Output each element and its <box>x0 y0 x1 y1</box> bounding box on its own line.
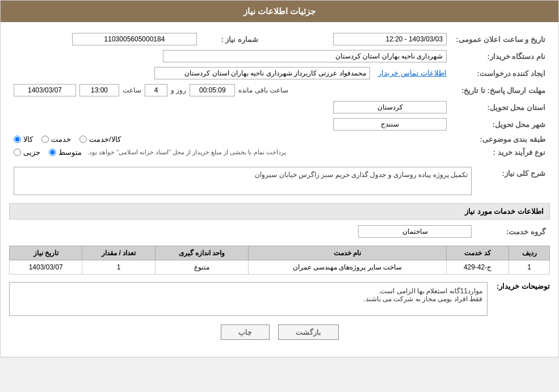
time-label: ساعت <box>123 86 141 94</box>
cell-row-num: 1 <box>509 260 550 275</box>
cell-service-code: ج-42-429 <box>446 260 509 275</box>
page-wrapper: جزئیات اطلاعات نیاز تاریخ و ساعت اعلان ع… <box>0 0 559 357</box>
creator-cell: اطلاعات تماس خریدار محمدفواد عرزتی کاربر… <box>9 65 451 82</box>
cell-date: 1403/03/07 <box>10 260 82 275</box>
city-cell: سنندج <box>9 116 451 133</box>
cell-quantity: 1 <box>82 260 155 275</box>
province-label: استان محل تحویل: <box>451 99 550 116</box>
print-button[interactable]: چاپ <box>221 324 270 340</box>
days-label: روز و <box>171 86 186 94</box>
buyer-notes-row: توضیحات خریدار: موارد11گانه استعلام بها … <box>9 279 550 316</box>
col-header-unit: واحد اندازه گیری <box>155 246 248 260</box>
services-table-header-row: ردیف کد خدمت نام خدمت واحد اندازه گیری ت… <box>10 246 550 260</box>
back-button[interactable]: بازگشت <box>278 324 339 340</box>
purchase-type-radio-medium[interactable] <box>49 149 56 156</box>
purchase-type-note: پرداخت تمام یا بخشی از مبلغ خریدار از مح… <box>87 149 286 156</box>
description-cell: تکمیل پروژه پیاده روسازی و جدول گذاری حر… <box>9 165 476 197</box>
buttons-row: بازگشت چاپ <box>9 324 550 340</box>
row-service-group: گروه خدمت: ساختمان <box>9 223 550 240</box>
buyer-notes-label: توضیحات خریدار: <box>493 279 550 290</box>
service-group-label: گروه خدمت: <box>476 223 550 240</box>
need-number-value: 1103005605000184 <box>72 33 197 45</box>
category-option-goods-service-label: کالا/خدمت <box>89 135 121 144</box>
announcement-date-cell: 1403/03/03 - 12:20 <box>275 31 451 48</box>
buyer-notes-line1: موارد11گانه استعلام بها الزامی است. <box>14 287 482 295</box>
col-header-service-code: کد خدمت <box>446 246 509 260</box>
purchase-type-small-label: جزیی <box>23 148 40 157</box>
need-number-label: شماره نیاز : <box>201 31 275 48</box>
category-option-service-label: خدمت <box>51 135 71 144</box>
description-value: تکمیل پروژه پیاده روسازی و جدول گذاری حر… <box>255 171 468 179</box>
purchase-type-option-medium[interactable]: متوسط <box>49 148 82 157</box>
city-label: شهر محل تحویل: <box>451 116 550 133</box>
page-header: جزئیات اطلاعات نیاز <box>1 1 558 22</box>
row-province: استان محل تحویل: کردستان <box>9 99 550 116</box>
response-deadline-label: مهلت ارسال پاسخ: تا تاریخ: <box>451 82 550 99</box>
creator-link[interactable]: اطلاعات تماس خریدار <box>378 69 447 77</box>
description-box: تکمیل پروژه پیاده روسازی و جدول گذاری حر… <box>14 167 472 195</box>
services-table: ردیف کد خدمت نام خدمت واحد اندازه گیری ت… <box>9 246 550 275</box>
purchase-type-cell: پرداخت تمام یا بخشی از مبلغ خریدار از مح… <box>9 146 451 159</box>
services-table-body: 1 ج-42-429 ساخت سایر پروژه‌های مهندسی عم… <box>10 260 550 275</box>
buyer-name-label: نام دستگاه خریدار: <box>451 48 550 65</box>
description-label: شرح کلی نیاز: <box>476 165 550 197</box>
main-content: تاریخ و ساعت اعلان عمومی: 1403/03/03 - 1… <box>1 22 558 357</box>
cell-service-name: ساخت سایر پروژه‌های مهندسی عمران <box>249 260 447 275</box>
city-value: سنندج <box>333 118 447 130</box>
category-radio-goods[interactable] <box>14 136 21 143</box>
category-label: طبقه بندی موضوعی: <box>451 133 550 146</box>
row-city: شهر محل تحویل: سنندج <box>9 116 550 133</box>
page-title: جزئیات اطلاعات نیاز <box>243 6 316 16</box>
response-deadline-cell: ساعت باقی مانده 00:05:09 روز و 4 ساعت 13… <box>9 82 451 99</box>
announcement-date-value: 1403/03/03 - 12:20 <box>333 33 447 45</box>
col-header-row-num: ردیف <box>509 246 550 260</box>
purchase-type-option-small[interactable]: جزیی <box>14 148 40 157</box>
remaining-label: ساعت باقی مانده <box>238 86 288 94</box>
col-header-date: تاریخ نیاز <box>10 246 82 260</box>
time-value: 13:00 <box>79 84 119 96</box>
row-category: طبقه بندی موضوعی: کالا/خدمت خدمت کالا <box>9 133 550 146</box>
category-radio-goods-service[interactable] <box>79 136 87 143</box>
table-row: 1 ج-42-429 ساخت سایر پروژه‌های مهندسی عم… <box>10 260 550 275</box>
row-buyer-name: نام دستگاه خریدار: شهرداری ناحیه بهاران … <box>9 48 550 65</box>
remaining-value: 00:05:09 <box>190 84 235 96</box>
services-section-header: اطلاعات خدمات مورد نیاز <box>9 203 550 220</box>
category-option-goods[interactable]: کالا <box>14 135 33 144</box>
buyer-notes-container: موارد11گانه استعلام بها الزامی است. فقط … <box>9 279 487 316</box>
row-response-deadline: مهلت ارسال پاسخ: تا تاریخ: ساعت باقی مان… <box>9 82 550 99</box>
col-header-quantity: تعداد / مقدار <box>82 246 155 260</box>
services-table-head: ردیف کد خدمت نام خدمت واحد اندازه گیری ت… <box>10 246 550 260</box>
service-group-cell: ساختمان <box>9 223 476 240</box>
province-value: کردستان <box>333 101 447 113</box>
category-option-goods-label: کالا <box>23 135 33 144</box>
cell-unit: متنوع <box>155 260 248 275</box>
purchase-type-label: نوع فرآیند خرید : <box>451 146 550 159</box>
category-cell: کالا/خدمت خدمت کالا <box>9 133 451 146</box>
buyer-name-cell: شهرداری ناحیه بهاران استان کردستان <box>9 48 451 65</box>
col-header-service-name: نام خدمت <box>249 246 447 260</box>
row-purchase-type: نوع فرآیند خرید : پرداخت تمام یا بخشی از… <box>9 146 550 159</box>
creator-value: محمدفواد عرزتی کاربرداز شهرداری ناحیه به… <box>154 67 370 79</box>
days-value: 4 <box>145 84 167 96</box>
response-date-value: 1403/03/07 <box>14 84 76 96</box>
purchase-type-radio-small[interactable] <box>14 149 21 156</box>
service-group-value: ساختمان <box>358 225 472 238</box>
announcement-date-label: تاریخ و ساعت اعلان عمومی: <box>451 31 550 48</box>
services-section-label: اطلاعات خدمات مورد نیاز <box>465 207 544 216</box>
need-number-cell: 1103005605000184 <box>9 31 201 48</box>
buyer-name-value: شهرداری ناحیه بهاران استان کردستان <box>163 50 447 62</box>
buyer-notes-box: موارد11گانه استعلام بها الزامی است. فقط … <box>9 282 487 316</box>
category-radio-service[interactable] <box>41 136 49 143</box>
category-option-service[interactable]: خدمت <box>41 135 71 144</box>
category-option-goods-service[interactable]: کالا/خدمت <box>79 135 121 144</box>
row-need-number: تاریخ و ساعت اعلان عمومی: 1403/03/03 - 1… <box>9 31 550 48</box>
buyer-notes-line2: فقط افراد بومی مجاز به شرکت می باشند. <box>14 295 482 303</box>
service-group-table: گروه خدمت: ساختمان <box>9 223 550 240</box>
row-description: شرح کلی نیاز: تکمیل پروژه پیاده روسازی و… <box>9 165 550 197</box>
province-cell: کردستان <box>9 99 451 116</box>
purchase-type-medium-label: متوسط <box>58 148 82 157</box>
description-table: شرح کلی نیاز: تکمیل پروژه پیاده روسازی و… <box>9 165 550 197</box>
row-creator: ایجاد کننده درخواست: اطلاعات تماس خریدار… <box>9 65 550 82</box>
creator-label: ایجاد کننده درخواست: <box>451 65 550 82</box>
info-table: تاریخ و ساعت اعلان عمومی: 1403/03/03 - 1… <box>9 31 550 159</box>
